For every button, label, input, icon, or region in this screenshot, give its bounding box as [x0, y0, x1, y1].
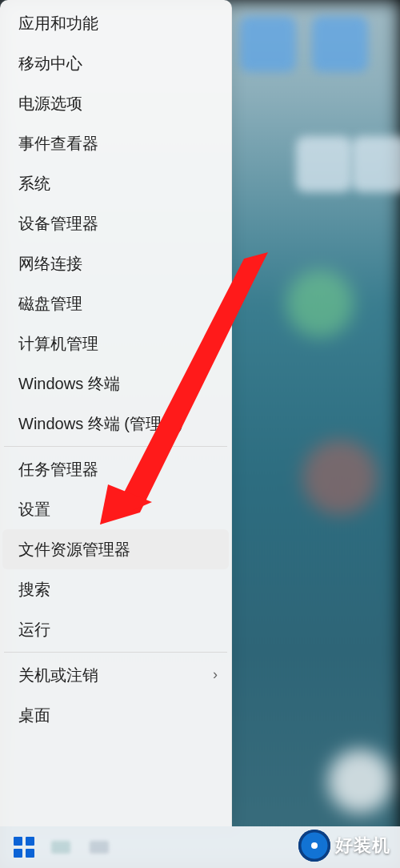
menu-item-label: 搜索 [18, 580, 50, 599]
menu-item-label: Windows 终端 (管理员) [18, 414, 183, 433]
menu-item-label: 设置 [18, 500, 50, 519]
menu-item-task-manager[interactable]: 任务管理器 [2, 449, 229, 489]
menu-item-label: 系统 [18, 174, 50, 193]
menu-item-file-explorer[interactable]: 文件资源管理器 [2, 529, 229, 569]
menu-item-settings[interactable]: 设置 [2, 489, 229, 529]
menu-item-device-manager[interactable]: 设备管理器 [2, 203, 229, 243]
menu-item-mobility-center[interactable]: 移动中心 [2, 43, 229, 83]
chevron-right-icon: › [213, 666, 218, 684]
menu-item-search[interactable]: 搜索 [2, 569, 229, 609]
desktop-icon-row-blur [240, 16, 400, 112]
winx-context-menu: 应用和功能 移动中心 电源选项 事件查看器 系统 设备管理器 网络连接 磁盘管理… [0, 0, 232, 826]
menu-item-label: Windows 终端 [18, 374, 120, 393]
menu-item-power-options[interactable]: 电源选项 [2, 83, 229, 123]
menu-item-label: 计算机管理 [18, 334, 98, 353]
menu-item-label: 应用和功能 [18, 14, 98, 33]
desktop-icon-blur [352, 136, 400, 192]
menu-item-label: 文件资源管理器 [18, 540, 130, 559]
menu-item-label: 磁盘管理 [18, 294, 82, 313]
menu-item-system[interactable]: 系统 [2, 163, 229, 203]
desktop-icon-blur [296, 136, 352, 192]
menu-item-label: 电源选项 [18, 94, 82, 113]
menu-item-label: 设备管理器 [18, 214, 98, 233]
menu-item-windows-terminal-admin[interactable]: Windows 终端 (管理员) [2, 404, 229, 444]
menu-item-label: 关机或注销 [18, 665, 98, 685]
menu-item-label: 移动中心 [18, 54, 82, 73]
menu-item-label: 任务管理器 [18, 460, 98, 479]
menu-item-disk-management[interactable]: 磁盘管理 [2, 283, 229, 323]
menu-separator [4, 652, 227, 653]
menu-item-label: 事件查看器 [18, 134, 98, 153]
start-button[interactable] [8, 831, 40, 863]
menu-item-desktop[interactable]: 桌面 [2, 695, 229, 735]
menu-item-label: 运行 [18, 620, 50, 639]
menu-item-apps-features[interactable]: 应用和功能 [2, 3, 229, 43]
taskbar-app-blurred[interactable] [82, 831, 117, 863]
menu-item-network-connections[interactable]: 网络连接 [2, 243, 229, 283]
taskbar-app-blurred[interactable] [43, 831, 78, 863]
svg-rect-3 [90, 841, 109, 854]
menu-item-label: 桌面 [18, 705, 50, 725]
desktop-icon-blur [312, 16, 368, 72]
menu-item-shutdown-signout[interactable]: 关机或注销 › [2, 655, 229, 695]
menu-item-run[interactable]: 运行 [2, 609, 229, 649]
watermark-text: 好装机 [335, 834, 390, 858]
menu-item-computer-management[interactable]: 计算机管理 [2, 323, 229, 364]
menu-item-windows-terminal[interactable]: Windows 终端 [2, 364, 229, 404]
desktop-icon-blur [240, 16, 296, 72]
watermark-logo-icon [298, 830, 330, 862]
svg-rect-2 [51, 841, 70, 854]
windows-start-icon [14, 837, 34, 858]
watermark: 好装机 [294, 828, 395, 863]
menu-item-event-viewer[interactable]: 事件查看器 [2, 123, 229, 163]
menu-item-label: 网络连接 [18, 254, 82, 273]
menu-separator [4, 446, 227, 447]
